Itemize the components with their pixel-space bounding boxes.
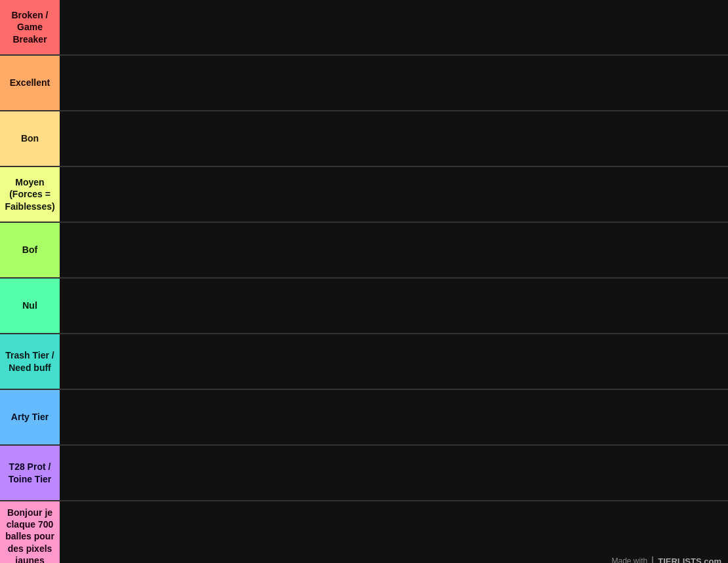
tier-row-t28: T28 Prot / Toine Tier [0, 446, 728, 501]
tier-content-t28[interactable] [60, 446, 728, 500]
tier-row-bof: Bof [0, 223, 728, 279]
tier-content-trash[interactable] [60, 334, 728, 389]
tier-row-trash: Trash Tier / Need buff [0, 334, 728, 390]
tier-list: Broken / Game BreakerExcellentBonMoyen (… [0, 0, 728, 563]
tier-content-nul[interactable] [60, 279, 728, 333]
tier-row-excellent: Excellent [0, 56, 728, 111]
tier-label-t28: T28 Prot / Toine Tier [0, 446, 60, 500]
tier-label-excellent: Excellent [0, 56, 60, 110]
footer-brand: TIERLISTS.com [658, 556, 721, 563]
tier-row-broken: Broken / Game Breaker [0, 0, 728, 56]
tier-label-trash: Trash Tier / Need buff [0, 334, 60, 389]
tier-content-bonjour[interactable] [60, 501, 728, 563]
tier-label-bonjour: Bonjour je claque 700 balles pour des pi… [0, 501, 60, 563]
tier-content-excellent[interactable] [60, 56, 728, 110]
tier-content-moyen[interactable] [60, 167, 728, 222]
tier-row-arty: Arty Tier [0, 390, 728, 446]
tier-content-bof[interactable] [60, 223, 728, 277]
tier-label-bof: Bof [0, 223, 60, 277]
tier-content-broken[interactable] [60, 0, 728, 54]
tier-label-arty: Arty Tier [0, 390, 60, 444]
tier-label-moyen: Moyen (Forces = Faiblesses) [0, 167, 60, 222]
tier-content-arty[interactable] [60, 390, 728, 444]
tier-content-bon[interactable] [60, 111, 728, 166]
tier-row-moyen: Moyen (Forces = Faiblesses) [0, 167, 728, 223]
tier-row-bonjour: Bonjour je claque 700 balles pour des pi… [0, 501, 728, 563]
tier-label-bon: Bon [0, 111, 60, 166]
tier-row-bon: Bon [0, 111, 728, 167]
tier-label-nul: Nul [0, 279, 60, 333]
footer-divider [652, 556, 653, 563]
footer-made-with: Made with [612, 556, 648, 563]
tier-row-nul: Nul [0, 279, 728, 334]
tier-label-broken: Broken / Game Breaker [0, 0, 60, 54]
footer: Made with TIERLISTS.com [612, 556, 722, 563]
